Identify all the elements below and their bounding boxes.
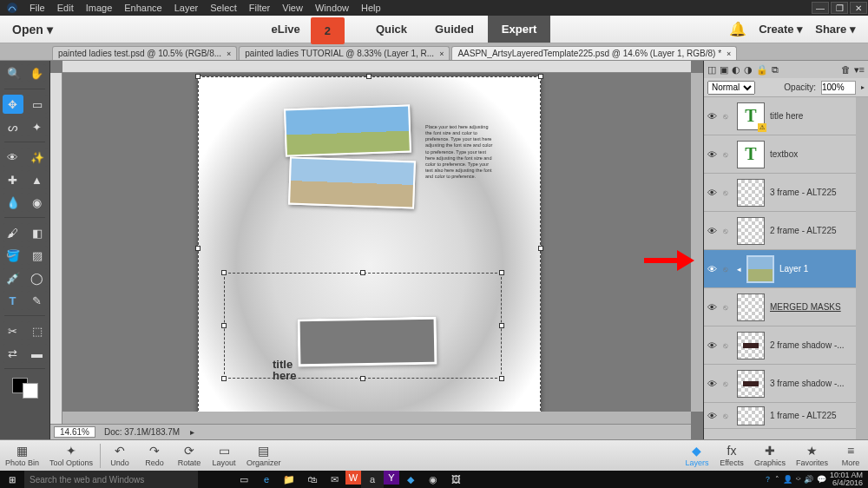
layer-row[interactable]: 👁⎋ T⚠ title here: [704, 97, 856, 135]
blur-tool[interactable]: 💧: [3, 193, 23, 212]
panel-menu-icon[interactable]: ▾≡: [854, 64, 865, 76]
visibility-icon[interactable]: 👁: [707, 340, 718, 351]
content-move-tool[interactable]: ⇄: [3, 344, 23, 363]
sponge-tool[interactable]: ◉: [27, 193, 48, 212]
visibility-icon[interactable]: 👁: [707, 302, 718, 313]
notification-icon[interactable]: 🔔: [729, 21, 746, 37]
visibility-icon[interactable]: 👁: [707, 411, 718, 421]
layer-row[interactable]: 👁⎋ 3 frame shadow -...: [704, 365, 856, 403]
maximize-button[interactable]: ❐: [831, 2, 848, 14]
shape-tool[interactable]: ◯: [27, 268, 48, 287]
undo-button[interactable]: ↶Undo: [102, 444, 137, 467]
layer-row[interactable]: 👁⎋ T textbox: [704, 135, 856, 174]
whiten-tool[interactable]: ✨: [27, 148, 48, 167]
visibility-icon[interactable]: 👁: [707, 226, 718, 236]
gradient-tool[interactable]: ▨: [27, 246, 48, 265]
help-icon[interactable]: ？: [764, 474, 772, 485]
layer-name[interactable]: 2 frame - ALT225: [770, 226, 852, 235]
lasso-tool[interactable]: ᔕ: [3, 117, 23, 136]
menu-edit[interactable]: Edit: [52, 1, 79, 15]
yahoo-icon[interactable]: Y: [384, 471, 399, 485]
redeye-tool[interactable]: 👁: [3, 148, 23, 167]
handle-mr[interactable]: [538, 246, 543, 251]
rotate-button[interactable]: ⟳Rotate: [172, 444, 207, 467]
mail-icon[interactable]: ✉: [323, 471, 345, 488]
menu-enhance[interactable]: Enhance: [119, 1, 167, 15]
zoom-value[interactable]: 14.61%: [54, 426, 95, 438]
layer-name[interactable]: MERGED MASKS: [770, 302, 852, 312]
handle[interactable]: [360, 376, 365, 381]
handle-ml[interactable]: [195, 246, 201, 251]
lock-slot[interactable]: ⎋: [723, 265, 732, 274]
eyedropper-tool[interactable]: 💉: [3, 268, 23, 287]
store-icon[interactable]: 🛍: [300, 471, 323, 488]
create-button[interactable]: Create ▾: [759, 23, 803, 36]
document-tab[interactable]: painted ladies test.psd @ 10.5% (RGB/8..…: [52, 46, 237, 60]
lock-slot[interactable]: ⎋: [723, 341, 732, 350]
close-icon[interactable]: ×: [727, 49, 731, 58]
lock-slot[interactable]: ⎋: [723, 150, 732, 159]
handle-tm[interactable]: [366, 74, 372, 79]
color-swatch[interactable]: [12, 378, 38, 399]
bucket-tool[interactable]: 🪣: [3, 246, 23, 265]
text-tool[interactable]: T: [3, 291, 23, 310]
menu-window[interactable]: Window: [310, 1, 354, 15]
blend-mode-select[interactable]: Normal: [707, 81, 755, 95]
handle-tr[interactable]: [538, 74, 543, 79]
edge-icon[interactable]: e: [255, 471, 278, 488]
lock-slot[interactable]: ⎋: [723, 188, 732, 197]
adjust-icon[interactable]: ◑: [744, 64, 753, 76]
steam-icon[interactable]: ◉: [422, 471, 444, 488]
menu-image[interactable]: Image: [81, 1, 118, 15]
layer-name[interactable]: 3 frame shadow -...: [770, 379, 852, 388]
layer-name[interactable]: 1 frame - ALT225: [770, 411, 852, 420]
panel-scrollbar[interactable]: [856, 97, 868, 439]
zoom-tool[interactable]: 🔍: [4, 64, 23, 82]
handle[interactable]: [221, 323, 227, 328]
visibility-icon[interactable]: 👁: [707, 188, 718, 198]
lock-icon[interactable]: 🔒: [756, 64, 768, 76]
graphics-button[interactable]: ✚Graphics: [749, 444, 791, 467]
layer-name[interactable]: 3 frame - ALT225: [770, 188, 852, 197]
close-button[interactable]: ✕: [850, 2, 867, 14]
layer-row-selected[interactable]: 👁⎋ ◂ Layer 1: [704, 250, 856, 288]
menu-filter[interactable]: Filter: [244, 1, 275, 15]
menu-view[interactable]: View: [277, 1, 308, 15]
handle[interactable]: [499, 323, 504, 328]
redo-button[interactable]: ↷Redo: [137, 444, 172, 467]
visibility-icon[interactable]: 👁: [707, 149, 718, 160]
volume-icon[interactable]: 🔊: [804, 475, 813, 484]
layer-row[interactable]: 👁⎋ 1 frame - ALT225: [704, 403, 856, 429]
trash-icon[interactable]: 🗑: [841, 64, 851, 76]
lock-slot[interactable]: ⎋: [723, 227, 732, 235]
layer-row[interactable]: 👁⎋ 2 frame - ALT225: [704, 212, 856, 250]
marquee-tool[interactable]: ▭: [27, 95, 48, 114]
photo-bin-button[interactable]: ▦Photo Bin: [0, 444, 44, 467]
menu-file[interactable]: File: [24, 1, 50, 15]
word-icon[interactable]: W: [345, 471, 361, 485]
lock-slot[interactable]: ⎋: [723, 303, 732, 312]
start-button[interactable]: ⊞: [0, 475, 24, 485]
layer-name[interactable]: Layer 1: [779, 264, 852, 274]
pse-icon[interactable]: ◆: [399, 471, 422, 488]
visibility-icon[interactable]: 👁: [707, 111, 718, 122]
more-button[interactable]: ≡More: [833, 444, 868, 467]
menu-layer[interactable]: Layer: [169, 1, 204, 15]
minimize-button[interactable]: —: [812, 2, 829, 14]
brush-tool[interactable]: 🖌: [3, 223, 23, 242]
layers-button[interactable]: ◆Layers: [680, 444, 714, 467]
lock-slot[interactable]: ⎋: [723, 379, 732, 388]
favorites-button[interactable]: ★Favorites: [791, 444, 833, 467]
document-tab[interactable]: painted ladies TUTORIAL @ 8.33% (Layer 1…: [239, 46, 450, 60]
straighten-tool[interactable]: ▬: [27, 344, 48, 363]
lock-slot[interactable]: ⎋: [723, 412, 732, 420]
clock-date[interactable]: 6/4/2016: [830, 479, 863, 487]
menu-select[interactable]: Select: [205, 1, 242, 15]
layout-button[interactable]: ▭Layout: [207, 444, 241, 467]
visibility-icon[interactable]: 👁: [707, 264, 718, 274]
share-button[interactable]: Share ▾: [815, 23, 856, 36]
scrollbar-horizontal[interactable]: [62, 412, 691, 424]
layer-row[interactable]: 👁⎋ MERGED MASKS: [704, 288, 856, 326]
layer-row[interactable]: 👁⎋ 3 frame - ALT225: [704, 174, 856, 212]
people-icon[interactable]: 👤: [783, 475, 792, 484]
